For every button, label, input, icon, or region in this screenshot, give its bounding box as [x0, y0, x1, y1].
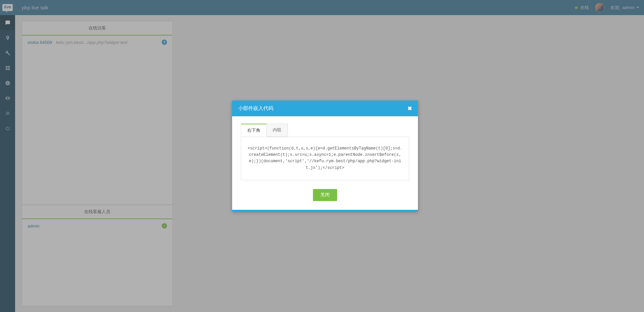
embed-code-modal: 小部件嵌入代码 ✖ 右下角 内联 <script>(function(d,t,u… [232, 101, 418, 211]
code-box: <script>(function(d,t,u,s,e){e=d.getElem… [241, 137, 409, 180]
modal-close-button[interactable]: ✖ [408, 105, 412, 112]
modal-actions: 关闭 [241, 189, 409, 201]
modal-body: 右下角 内联 <script>(function(d,t,u,s,e){e=d.… [232, 116, 418, 210]
embed-code[interactable]: <script>(function(d,t,u,s,e){e=d.getElem… [247, 145, 403, 171]
close-button[interactable]: 关闭 [313, 189, 337, 201]
modal-header: 小部件嵌入代码 ✖ [232, 101, 418, 116]
modal-tabs: 右下角 内联 [241, 124, 409, 137]
tab-inline[interactable]: 内联 [267, 124, 288, 137]
modal-title: 小部件嵌入代码 [238, 105, 273, 112]
tab-bottom-right[interactable]: 右下角 [241, 124, 267, 137]
